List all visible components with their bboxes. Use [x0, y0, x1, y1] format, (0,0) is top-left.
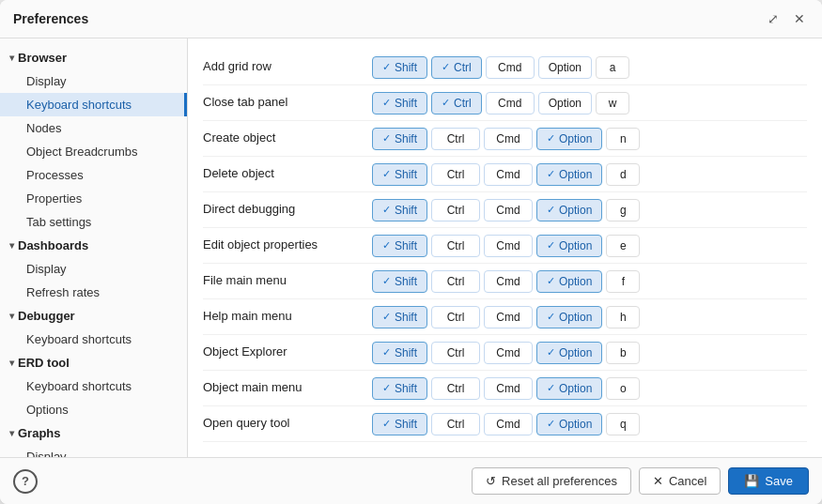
- shortcut-row: Open query tool✓ ShiftCtrlCmd✓ Optionq: [203, 406, 807, 442]
- shortcut-row: Add grid row✓ Shift✓ CtrlCmdOptiona: [203, 50, 807, 85]
- sidebar-item-keyboard-shortcuts[interactable]: Keyboard shortcuts: [0, 93, 187, 116]
- shortcut-label: Help main menu: [203, 309, 372, 325]
- shortcut-label: Edit object properties: [203, 237, 372, 253]
- preferences-dialog: Preferences ⤢ ✕ ▾BrowserDisplayKeyboard …: [0, 0, 822, 504]
- ctrl-key-button[interactable]: Ctrl: [431, 342, 480, 364]
- reset-button[interactable]: ↺ Reset all preferences: [472, 467, 631, 495]
- shift-key-button[interactable]: ✓ Shift: [372, 92, 427, 115]
- shortcut-keys: ✓ Shift✓ CtrlCmdOptionw: [372, 92, 629, 115]
- sidebar-item-display[interactable]: Display: [0, 69, 187, 93]
- option-key-button[interactable]: Option: [538, 92, 592, 115]
- sidebar-group-dashboards[interactable]: ▾Dashboards: [0, 234, 187, 257]
- option-key-button[interactable]: ✓ Option: [536, 235, 602, 257]
- cancel-button[interactable]: ✕ Cancel: [639, 467, 721, 495]
- shift-key-button[interactable]: ✓ Shift: [372, 306, 427, 328]
- dialog-body: ▾BrowserDisplayKeyboard shortcutsNodesOb…: [0, 38, 822, 457]
- key-letter: q: [606, 413, 640, 435]
- cmd-key-button[interactable]: Cmd: [484, 128, 533, 150]
- save-button[interactable]: 💾 Save: [728, 467, 809, 495]
- shortcut-keys: ✓ ShiftCtrlCmd✓ Optione: [372, 235, 640, 257]
- cmd-key-button[interactable]: Cmd: [484, 199, 533, 221]
- sidebar-item-keyboard-shortcuts[interactable]: Keyboard shortcuts: [0, 328, 187, 351]
- sidebar-group-graphs[interactable]: ▾Graphs: [0, 421, 187, 445]
- close-icon[interactable]: ✕: [790, 9, 809, 28]
- key-letter: g: [606, 199, 640, 221]
- sidebar: ▾BrowserDisplayKeyboard shortcutsNodesOb…: [0, 38, 188, 457]
- sidebar-item-processes[interactable]: Processes: [0, 163, 187, 187]
- option-key-button[interactable]: ✓ Option: [536, 163, 602, 186]
- help-button[interactable]: ?: [13, 469, 38, 494]
- cmd-key-button[interactable]: Cmd: [484, 306, 533, 328]
- cancel-label: Cancel: [669, 474, 706, 488]
- sidebar-item-display[interactable]: Display: [0, 257, 187, 281]
- option-key-button[interactable]: ✓ Option: [536, 306, 602, 328]
- ctrl-key-button[interactable]: ✓ Ctrl: [431, 92, 482, 115]
- dialog-title: Preferences: [13, 11, 88, 26]
- ctrl-key-button[interactable]: Ctrl: [431, 377, 480, 400]
- option-key-button[interactable]: ✓ Option: [536, 342, 602, 364]
- dialog-footer: ? ↺ Reset all preferences ✕ Cancel 💾 Sav…: [0, 457, 822, 504]
- sidebar-item-display[interactable]: Display: [0, 445, 187, 457]
- cmd-key-button[interactable]: Cmd: [484, 235, 533, 257]
- option-key-button[interactable]: ✓ Option: [536, 377, 602, 400]
- shift-key-button[interactable]: ✓ Shift: [372, 199, 427, 221]
- sidebar-item-properties[interactable]: Properties: [0, 187, 187, 210]
- sidebar-item-object-breadcrumbs[interactable]: Object Breadcrumbs: [0, 140, 187, 163]
- key-letter: f: [606, 270, 640, 293]
- shift-key-button[interactable]: ✓ Shift: [372, 163, 427, 186]
- key-letter: o: [606, 377, 640, 400]
- option-key-button[interactable]: ✓ Option: [536, 199, 602, 221]
- shift-key-button[interactable]: ✓ Shift: [372, 413, 427, 435]
- title-icon-group: ⤢ ✕: [764, 9, 809, 28]
- ctrl-key-button[interactable]: Ctrl: [431, 235, 480, 257]
- ctrl-key-button[interactable]: Ctrl: [431, 128, 480, 150]
- sidebar-item-nodes[interactable]: Nodes: [0, 116, 187, 140]
- sidebar-item-keyboard-shortcuts[interactable]: Keyboard shortcuts: [0, 374, 187, 398]
- shortcut-keys: ✓ ShiftCtrlCmd✓ Optiong: [372, 199, 640, 221]
- cmd-key-button[interactable]: Cmd: [484, 342, 533, 364]
- reset-label: Reset all preferences: [502, 474, 617, 488]
- cmd-key-button[interactable]: Cmd: [484, 377, 533, 400]
- ctrl-key-button[interactable]: Ctrl: [431, 199, 480, 221]
- cmd-key-button[interactable]: Cmd: [484, 270, 533, 293]
- option-key-button[interactable]: ✓ Option: [536, 270, 602, 293]
- shift-key-button[interactable]: ✓ Shift: [372, 56, 427, 79]
- option-key-button[interactable]: ✓ Option: [536, 413, 602, 435]
- expand-icon[interactable]: ⤢: [764, 9, 783, 28]
- sidebar-group-erd-tool[interactable]: ▾ERD tool: [0, 351, 187, 374]
- sidebar-group-browser[interactable]: ▾Browser: [0, 46, 187, 69]
- chevron-icon: ▾: [9, 358, 14, 368]
- shift-key-button[interactable]: ✓ Shift: [372, 235, 427, 257]
- ctrl-key-button[interactable]: Ctrl: [431, 413, 480, 435]
- shortcut-keys: ✓ ShiftCtrlCmd✓ Optionf: [372, 270, 640, 293]
- option-key-button[interactable]: Option: [538, 56, 592, 79]
- ctrl-key-button[interactable]: Ctrl: [431, 270, 480, 293]
- sidebar-item-options[interactable]: Options: [0, 398, 187, 421]
- sidebar-item-tab-settings[interactable]: Tab settings: [0, 210, 187, 234]
- sidebar-item-refresh-rates[interactable]: Refresh rates: [0, 281, 187, 304]
- shortcut-row: Object main menu✓ ShiftCtrlCmd✓ Optiono: [203, 371, 807, 406]
- sidebar-group-debugger[interactable]: ▾Debugger: [0, 304, 187, 328]
- cmd-key-button[interactable]: Cmd: [486, 56, 535, 79]
- shift-key-button[interactable]: ✓ Shift: [372, 270, 427, 293]
- shift-key-button[interactable]: ✓ Shift: [372, 128, 427, 150]
- main-content: Add grid row✓ Shift✓ CtrlCmdOptionaClose…: [188, 38, 822, 457]
- ctrl-key-button[interactable]: Ctrl: [431, 163, 480, 186]
- key-letter: h: [606, 306, 640, 328]
- ctrl-key-button[interactable]: ✓ Ctrl: [431, 56, 482, 79]
- shortcut-keys: ✓ ShiftCtrlCmd✓ Optiond: [372, 163, 640, 186]
- shortcut-label: Close tab panel: [203, 95, 372, 111]
- shortcut-label: Direct debugging: [203, 202, 372, 218]
- cmd-key-button[interactable]: Cmd: [484, 413, 533, 435]
- ctrl-key-button[interactable]: Ctrl: [431, 306, 480, 328]
- shortcut-row: Delete object✓ ShiftCtrlCmd✓ Optiond: [203, 157, 807, 192]
- shift-key-button[interactable]: ✓ Shift: [372, 342, 427, 364]
- shortcut-label: Object main menu: [203, 380, 372, 396]
- cmd-key-button[interactable]: Cmd: [484, 163, 533, 186]
- chevron-icon: ▾: [9, 53, 14, 63]
- shortcut-label: Add grid row: [203, 59, 372, 75]
- shift-key-button[interactable]: ✓ Shift: [372, 377, 427, 400]
- option-key-button[interactable]: ✓ Option: [536, 128, 602, 150]
- group-label: Graphs: [18, 426, 61, 440]
- cmd-key-button[interactable]: Cmd: [486, 92, 535, 115]
